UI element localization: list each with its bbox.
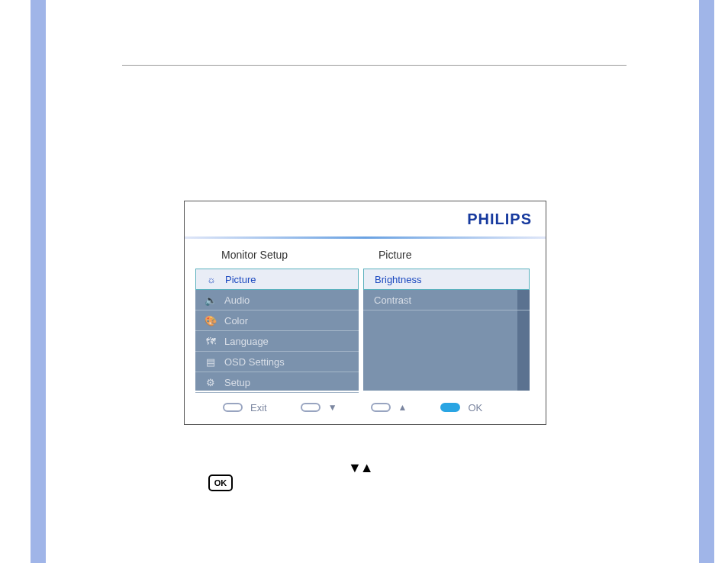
document-content: PHILIPS Monitor Setup Picture ☼Picture🔈A…	[46, 0, 699, 563]
pill-icon	[223, 403, 243, 412]
menu-item-label: Setup	[224, 377, 250, 388]
sub-item-brightness[interactable]: Brightness	[363, 269, 530, 290]
menu-item-audio[interactable]: 🔈Audio	[195, 290, 359, 310]
menu-item-setup[interactable]: ⚙Setup	[195, 372, 359, 393]
osd-panels: ☼Picture🔈Audio🎨Color🗺Language▤OSD Settin…	[195, 269, 535, 391]
osd-btn-down[interactable]: ▼	[301, 402, 337, 413]
osd-btn-up[interactable]: ▲	[371, 402, 407, 413]
decorative-right-bar	[699, 0, 714, 563]
menu-item-label: Picture	[225, 274, 256, 285]
menu-item-label: OSD Settings	[224, 356, 285, 368]
sun-icon: ☼	[205, 274, 217, 285]
osd-titles: Monitor Setup Picture	[185, 243, 546, 269]
osd-right-panel: BrightnessContrast	[363, 269, 530, 391]
osd-btn-exit[interactable]: Exit	[223, 402, 267, 413]
arrow-icons: ▼▲	[348, 460, 372, 476]
menu-item-label: Color	[224, 315, 248, 327]
menu-item-label: Language	[224, 336, 269, 347]
osd-header: PHILIPS	[185, 201, 546, 236]
brand-underline	[185, 236, 546, 239]
gear-icon: ⚙	[205, 377, 217, 388]
pill-icon	[371, 403, 391, 412]
menu-item-picture[interactable]: ☼Picture	[195, 269, 359, 290]
ok-label: OK	[468, 402, 482, 413]
menu-item-label: Audio	[224, 294, 250, 306]
osd-btn-ok[interactable]: OK	[440, 402, 482, 413]
osd-left-panel: ☼Picture🔈Audio🎨Color🗺Language▤OSD Settin…	[195, 269, 359, 391]
triangle-down-icon: ▼	[328, 402, 337, 413]
pill-active-icon	[440, 403, 460, 412]
ok-button-icon: OK	[208, 475, 233, 491]
triangle-up-icon: ▲	[398, 402, 407, 413]
horizontal-rule	[122, 65, 627, 66]
menu-title-right: Picture	[378, 249, 412, 261]
exit-label: Exit	[250, 402, 267, 413]
menu-item-color[interactable]: 🎨Color	[195, 310, 359, 331]
ok-badge-label: OK	[214, 478, 227, 487]
decorative-left-bar	[31, 0, 46, 563]
sub-item-label: Brightness	[375, 274, 421, 285]
page: PHILIPS Monitor Setup Picture ☼Picture🔈A…	[0, 0, 728, 563]
menu-item-language[interactable]: 🗺Language	[195, 331, 359, 352]
menu-title-left: Monitor Setup	[221, 249, 288, 261]
menu-item-osd-settings[interactable]: ▤OSD Settings	[195, 352, 359, 372]
palette-icon: 🎨	[205, 315, 217, 327]
pill-icon	[301, 403, 321, 412]
language-icon: 🗺	[205, 336, 217, 347]
osd-screenshot: PHILIPS Monitor Setup Picture ☼Picture🔈A…	[184, 201, 546, 425]
sub-item-contrast[interactable]: Contrast	[363, 290, 530, 310]
brand-logo: PHILIPS	[467, 211, 532, 228]
osd-icon: ▤	[205, 356, 217, 368]
speaker-icon: 🔈	[205, 294, 217, 306]
osd-footer: Exit ▼ ▲ OK	[185, 391, 546, 424]
sub-item-label: Contrast	[374, 294, 411, 306]
